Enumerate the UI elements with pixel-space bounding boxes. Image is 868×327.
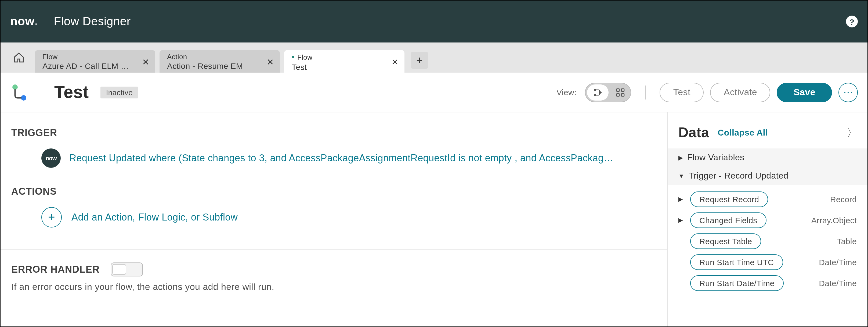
caret-right-icon[interactable]: ▶ [678,196,685,203]
collapse-all-link[interactable]: Collapse All [718,128,768,137]
chevron-right-icon[interactable]: 〉 [847,126,857,139]
data-pill-run-start-utc[interactable]: Run Start Time UTC [690,254,783,270]
data-section-flow-variables[interactable]: ▶ Flow Variables [668,148,867,167]
data-type-label: Date/Time [819,279,857,288]
section-divider [1,249,667,250]
tab-title: Test [292,62,390,72]
logo-divider [45,16,46,27]
close-icon[interactable]: ✕ [390,56,400,67]
svg-rect-7 [617,93,620,96]
data-pill-row: ▶ Request Record Record [678,191,857,207]
help-icon[interactable]: ? [846,16,858,27]
svg-point-3 [594,94,596,96]
data-pill-row: Run Start Time UTC Date/Time [678,254,857,270]
data-section-trigger[interactable]: ▼ Trigger - Record Updated [668,167,867,185]
svg-rect-5 [617,88,620,91]
tab-azure-flow[interactable]: Flow Azure AD - Call ELM … ✕ [35,50,155,73]
data-panel: Data Collapse All 〉 ▶ Flow Variables ▼ T… [668,112,867,326]
svg-rect-8 [622,93,624,96]
more-actions-button[interactable]: ⋯ [838,83,858,102]
error-handler-toggle[interactable] [111,263,143,276]
plus-icon: + [41,207,62,227]
actions-section-header: ACTIONS [11,186,656,197]
top-bar: now. Flow Designer ? [1,1,867,43]
tree-view-icon[interactable] [587,84,609,100]
toggle-knob [112,264,126,275]
add-tab-button[interactable]: + [411,52,428,69]
tab-resume-action[interactable]: Action Action - Resume EM ✕ [159,50,280,73]
tab-type: Flow [42,53,140,61]
svg-point-0 [12,84,18,89]
data-type-label: Record [830,195,857,204]
tab-type: Flow [292,52,390,62]
flow-canvas: TRIGGER now Request Updated where (State… [1,112,668,326]
data-type-label: Table [837,237,857,246]
data-panel-title: Data [678,124,709,141]
data-pill-request-record[interactable]: Request Record [690,191,768,207]
product-title: Flow Designer [54,15,130,28]
home-button[interactable] [7,47,31,68]
close-icon[interactable]: ✕ [140,56,151,67]
page-title: Test [54,82,89,102]
tab-title: Azure AD - Call ELM … [42,61,140,71]
vendor-logo: now. [10,15,38,28]
tab-type: Action [167,53,265,61]
add-action-button[interactable]: + Add an Action, Flow Logic, or Subflow [11,207,656,227]
data-pill-changed-fields[interactable]: Changed Fields [690,213,767,228]
data-type-label: Date/Time [819,257,857,267]
activate-button[interactable]: Activate [710,83,771,102]
tab-strip: Flow Azure AD - Call ELM … ✕ Action Acti… [1,43,867,73]
flow-type-icon [10,83,28,101]
diagram-view-icon[interactable] [611,87,631,97]
error-handler-header: ERROR HANDLER [11,264,100,275]
data-section-label: Trigger - Record Updated [689,171,788,181]
toolbar-divider [645,85,646,99]
svg-point-1 [21,95,26,100]
data-type-label: Array.Object [811,216,857,225]
trigger-summary: Request Updated where (State changes to … [69,153,617,164]
add-action-label: Add an Action, Flow Logic, or Subflow [71,212,238,223]
test-button[interactable]: Test [660,83,704,102]
data-pill-row: Request Table Table [678,234,857,249]
trigger-source-icon: now [41,148,61,168]
flow-toolbar: Test Inactive View: Test Activate Save ⋯ [1,73,867,112]
svg-rect-6 [622,88,624,91]
tab-test-flow[interactable]: Flow Test ✕ [284,50,404,73]
status-badge: Inactive [100,86,138,98]
trigger-section-header: TRIGGER [11,128,656,139]
data-pill-row: Run Start Date/Time Date/Time [678,275,857,291]
data-pill-request-table[interactable]: Request Table [690,234,761,249]
home-icon [13,52,25,63]
data-pill-row: ▶ Changed Fields Array.Object [678,213,857,228]
close-icon[interactable]: ✕ [265,56,276,67]
caret-down-icon: ▼ [678,173,684,179]
svg-point-2 [594,88,596,91]
caret-right-icon: ▶ [678,154,683,161]
error-handler-description: If an error occurs in your flow, the act… [11,282,656,293]
data-section-label: Flow Variables [687,153,744,162]
data-pill-run-start-local[interactable]: Run Start Date/Time [690,275,784,291]
view-label: View: [556,88,577,97]
view-mode-toggle[interactable] [585,83,631,102]
tab-title: Action - Resume EM [167,61,265,71]
caret-right-icon[interactable]: ▶ [678,217,685,224]
save-button[interactable]: Save [777,83,832,102]
trigger-row[interactable]: now Request Updated where (State changes… [11,148,656,168]
